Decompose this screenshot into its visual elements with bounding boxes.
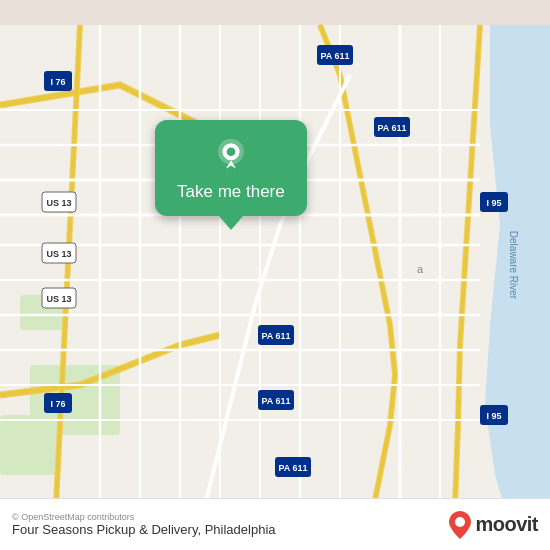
svg-text:US 13: US 13 [46,198,71,208]
moovit-pin-icon [449,511,471,539]
popup-bubble[interactable]: Take me there [155,120,307,216]
popup-tail [219,216,243,230]
moovit-text: moovit [475,513,538,536]
svg-text:I 76: I 76 [50,399,65,409]
svg-point-51 [227,147,236,156]
svg-text:a: a [417,263,424,275]
svg-rect-2 [0,415,60,475]
svg-text:PA 611: PA 611 [320,51,349,61]
bottom-bar: © OpenStreetMap contributors Four Season… [0,498,550,550]
svg-text:I 95: I 95 [486,411,501,421]
moovit-logo: moovit [449,511,538,539]
svg-text:PA 611: PA 611 [278,463,307,473]
map-container: I 76 PA 611 PA 611 US 13 US 13 US 13 I 9… [0,0,550,550]
svg-text:Delaware River: Delaware River [508,231,519,300]
svg-text:PA 611: PA 611 [377,123,406,133]
svg-point-52 [455,517,465,527]
map-background: I 76 PA 611 PA 611 US 13 US 13 US 13 I 9… [0,0,550,550]
svg-text:PA 611: PA 611 [261,396,290,406]
svg-text:I 95: I 95 [486,198,501,208]
svg-rect-0 [0,25,550,525]
location-pin-icon [213,138,249,174]
svg-text:I 76: I 76 [50,77,65,87]
svg-text:US 13: US 13 [46,294,71,304]
bottom-info: © OpenStreetMap contributors Four Season… [12,512,276,537]
copyright-text: © OpenStreetMap contributors [12,512,276,522]
location-name: Four Seasons Pickup & Delivery, Philadel… [12,522,276,537]
take-me-there-button[interactable]: Take me there [177,182,285,202]
svg-text:PA 611: PA 611 [261,331,290,341]
map-popup[interactable]: Take me there [155,120,307,230]
svg-text:US 13: US 13 [46,249,71,259]
